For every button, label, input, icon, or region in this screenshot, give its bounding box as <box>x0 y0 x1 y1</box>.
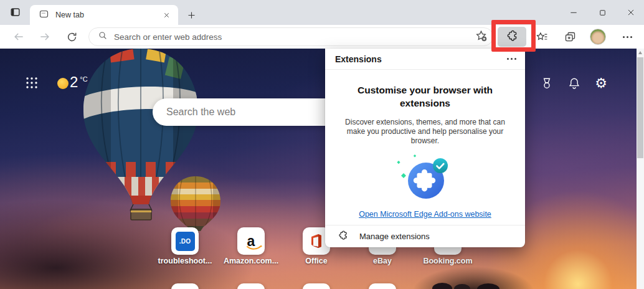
puzzle-illustration-icon <box>385 152 466 204</box>
temperature-value: 2 <box>70 73 78 91</box>
extensions-flyout: Extensions Customise your browser with e… <box>325 49 525 247</box>
amazon-logo-icon: a <box>247 234 255 249</box>
tab-actions-menu-button[interactable] <box>6 5 24 21</box>
title-bar: New tab <box>0 0 644 25</box>
address-bar[interactable]: Search or enter web address <box>88 27 493 46</box>
tile-amazon[interactable]: a <box>237 227 265 255</box>
extensions-description: Discover extensions, themes, and more th… <box>325 118 525 146</box>
temperature-unit: °C <box>80 75 87 91</box>
balloon-silhouette <box>424 280 511 289</box>
troubleshoot-site-icon: .DO <box>176 232 195 251</box>
tile-row2-3[interactable] <box>303 283 330 289</box>
extensions-flyout-header: Extensions <box>325 49 525 70</box>
weather-sun-icon <box>57 78 69 89</box>
tab-title: New tab <box>55 11 161 19</box>
page-settings-button[interactable]: ⚙ <box>593 75 609 91</box>
extensions-flyout-title: Extensions <box>335 54 507 64</box>
bell-icon <box>567 77 581 90</box>
page-scrollbar[interactable] <box>637 49 644 289</box>
favorites-button[interactable] <box>534 29 550 45</box>
new-tab-button[interactable] <box>183 7 199 23</box>
new-tab-favicon-icon <box>39 9 49 22</box>
search-icon <box>98 31 108 43</box>
back-button[interactable] <box>11 29 26 44</box>
highlight-annotation-box <box>491 20 536 52</box>
forward-button[interactable] <box>37 29 52 44</box>
address-placeholder: Search or enter web address <box>114 32 475 42</box>
extensions-illustration <box>325 152 525 204</box>
open-addons-website-link[interactable]: Open Microsoft Edge Add-ons website <box>325 210 525 219</box>
tile-row2-1[interactable] <box>171 283 199 289</box>
apps-grid-button[interactable] <box>25 76 39 90</box>
browser-window: New tab Search or enter web address <box>0 0 644 289</box>
notifications-button[interactable] <box>567 76 582 91</box>
tab-new-tab[interactable]: New tab <box>30 5 178 25</box>
settings-more-button[interactable] <box>619 29 635 45</box>
refresh-button[interactable] <box>64 29 79 44</box>
weather-widget[interactable]: 2 °C <box>70 73 88 91</box>
tile-label-office: Office <box>282 257 351 265</box>
tile-label-troubleshoot: troubleshoot... <box>151 257 219 265</box>
profile-avatar[interactable] <box>590 29 606 45</box>
tile-row2-2[interactable] <box>237 283 265 289</box>
scrollbar-up-arrow[interactable] <box>638 51 642 54</box>
collections-button[interactable] <box>562 29 578 45</box>
gear-icon: ⚙ <box>595 75 607 91</box>
tile-troubleshoot[interactable]: .DO <box>171 227 199 255</box>
add-favorite-icon[interactable] <box>475 29 488 45</box>
web-search-placeholder: Search the web <box>166 107 235 118</box>
medal-icon <box>540 77 554 90</box>
window-maximize-button[interactable] <box>593 3 612 22</box>
tile-label-amazon: Amazon.com... <box>217 257 285 265</box>
workspaces-icon <box>9 6 21 21</box>
manage-extensions-label: Manage extensions <box>359 232 430 241</box>
extensions-more-options-icon[interactable] <box>507 58 516 60</box>
office-logo-icon <box>308 233 324 249</box>
manage-puzzle-icon <box>338 230 348 243</box>
more-options-icon <box>623 36 632 38</box>
tile-label-booking: Booking.com <box>414 257 482 265</box>
window-minimize-button[interactable] <box>564 3 583 22</box>
grid-dots-icon <box>26 77 38 89</box>
window-close-button[interactable] <box>622 3 640 22</box>
extensions-heading: Customise your browser with extensions <box>325 83 525 110</box>
scrollbar-thumb[interactable] <box>637 57 643 158</box>
tab-close-icon[interactable] <box>161 9 172 21</box>
tile-row2-4[interactable] <box>369 283 396 289</box>
manage-extensions-row[interactable]: Manage extensions <box>325 225 525 247</box>
tile-label-ebay: eBay <box>348 257 417 265</box>
hot-air-balloon-small <box>167 175 224 235</box>
rewards-button[interactable] <box>539 76 554 91</box>
new-tab-page: 2 °C ⚙ Search the web .DO a <box>0 49 644 289</box>
